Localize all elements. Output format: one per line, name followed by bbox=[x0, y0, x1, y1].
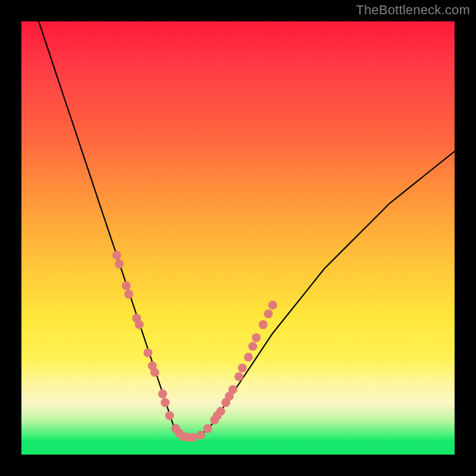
plot-area bbox=[21, 21, 455, 455]
watermark-label: TheBottleneck.com bbox=[356, 2, 470, 18]
chart-frame: TheBottleneck.com bbox=[0, 0, 476, 476]
gradient-background bbox=[21, 21, 455, 455]
